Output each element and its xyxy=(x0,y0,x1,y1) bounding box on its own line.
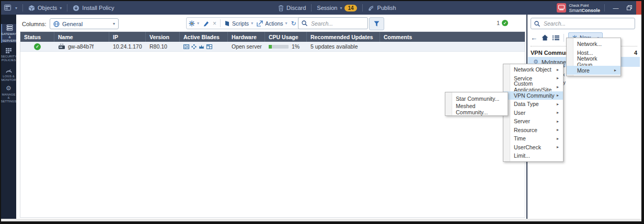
brand-smart: Smart xyxy=(569,8,581,13)
submenu-arrow-icon: ▸ xyxy=(557,127,559,132)
ip-cell: 10.24.1.170 xyxy=(109,42,146,51)
column-header[interactable]: Version xyxy=(146,32,180,42)
chevron-down-icon: ▾ xyxy=(113,21,115,26)
actions-button[interactable]: Actions ▾ xyxy=(257,20,287,27)
submenu-arrow-icon: ▸ xyxy=(557,119,559,124)
menu-item-vpn-community[interactable]: VPN Community▸ xyxy=(503,91,563,100)
menu-item-limit[interactable]: Limit... xyxy=(503,151,563,160)
table-row[interactable]: ✓ gw-a84b7f 10.24.1.170 R80.10 Open serv… xyxy=(20,42,525,52)
sidebar-item-gateways-servers[interactable]: GATEWAYS & SERVERS xyxy=(1,24,17,43)
column-header[interactable]: Hardware xyxy=(228,32,265,42)
separator xyxy=(362,4,363,11)
close-button[interactable] xyxy=(636,1,641,15)
search-input[interactable] xyxy=(310,20,364,27)
objects-menu-button[interactable]: Objects ▾ xyxy=(28,5,62,11)
gateway-name: gw-a84b7f xyxy=(68,43,94,50)
column-header[interactable]: Comments xyxy=(380,32,525,42)
sidebar-item-logs-monitor[interactable]: LOGS & MONITOR xyxy=(1,65,16,84)
gateway-icon xyxy=(58,44,65,50)
sidebar-item-label: SECURITY POLICIES xyxy=(1,55,17,62)
publish-label: Publish xyxy=(377,5,396,11)
column-header[interactable]: Recommended Updates xyxy=(307,32,380,42)
publish-button[interactable]: Publish xyxy=(368,5,396,11)
separator xyxy=(22,4,23,11)
sidebar-item-label: LOGS & MONITOR xyxy=(1,75,16,81)
session-count-badge: 14 xyxy=(344,5,356,11)
minimize-button[interactable]: — xyxy=(609,1,623,15)
submenu-arrow-icon: ▸ xyxy=(557,85,559,89)
ips-blade-icon xyxy=(191,44,197,49)
scripts-button[interactable]: Scripts ▾ xyxy=(224,20,253,27)
chevron-down-icon: ▾ xyxy=(15,6,17,10)
column-header[interactable]: Status xyxy=(20,32,54,42)
submenu-arrow-icon: ▸ xyxy=(557,93,559,98)
left-nav-rail: GATEWAYS & SERVERS SECURITY POLICIES LOG… xyxy=(1,15,16,219)
app-menu-icon xyxy=(4,5,13,11)
menu-item-network-group[interactable]: Network Group... xyxy=(567,57,620,66)
more-submenu: Network Object▸ Service▸ Custom Applicat… xyxy=(503,64,564,162)
menu-item-user[interactable]: User▸ xyxy=(503,109,563,117)
sidebar-item-label: MANAGE & SETTINGS xyxy=(1,93,17,103)
discard-button[interactable]: Discard xyxy=(278,5,306,11)
trash-icon xyxy=(278,5,284,11)
discard-label: Discard xyxy=(286,5,306,11)
columns-view-dropdown[interactable]: General ▾ xyxy=(50,18,119,29)
submenu-arrow-icon: ▸ xyxy=(557,76,559,80)
menu-item-usercheck[interactable]: UserCheck▸ xyxy=(503,143,563,152)
cpu-usage-bar xyxy=(269,45,289,49)
publish-icon xyxy=(368,5,375,11)
maximize-button[interactable] xyxy=(623,1,636,15)
updates-link[interactable]: 5 updates available xyxy=(307,42,380,51)
menu-item-meshed-community[interactable]: Meshed Community... xyxy=(445,104,508,114)
back-button[interactable]: ← xyxy=(531,34,537,42)
window-bottom-strip xyxy=(1,219,641,221)
brand-console: Console xyxy=(581,8,600,13)
hardware-cell: Open server xyxy=(228,42,265,51)
search-icon xyxy=(302,20,307,26)
chevron-down-icon: ▾ xyxy=(251,21,253,26)
menu-item-star-community[interactable]: Star Community... xyxy=(445,93,508,104)
cpu-usage-value: 1% xyxy=(292,43,300,50)
app-menu-button[interactable]: ▾ xyxy=(4,5,17,11)
objects-search-input[interactable] xyxy=(543,20,631,27)
status-cell: ✓ xyxy=(20,42,54,51)
menu-item-server[interactable]: Server▸ xyxy=(503,117,563,126)
delete-button[interactable]: × xyxy=(213,20,216,27)
session-menu-button[interactable]: Session ▾ 14 xyxy=(317,5,356,11)
menu-item-data-type[interactable]: Data Type▸ xyxy=(503,100,563,109)
separator xyxy=(564,34,564,42)
submenu-arrow-icon: ▸ xyxy=(557,102,559,107)
menu-item-time[interactable]: Time▸ xyxy=(503,134,563,143)
menu-item-network[interactable]: Network... xyxy=(567,39,620,48)
new-object-button[interactable]: ▾ xyxy=(189,20,199,27)
objects-cube-icon xyxy=(28,5,35,11)
menu-item-resource[interactable]: Resource▸ xyxy=(503,126,563,135)
application-blade-icon xyxy=(199,44,204,49)
brand-checkpoint: Check Point xyxy=(569,4,600,8)
column-header[interactable]: CPU Usage xyxy=(265,32,307,42)
sidebar-item-security-policies[interactable]: SECURITY POLICIES xyxy=(1,45,16,64)
submenu-arrow-icon: ▸ xyxy=(557,67,559,72)
submenu-arrow-icon: ▸ xyxy=(614,68,616,73)
column-header[interactable]: Name xyxy=(54,32,109,42)
smartconsole-window: ▾ Objects ▾ Install Policy xyxy=(1,1,641,221)
install-policy-label: Install Policy xyxy=(82,5,114,11)
edit-button[interactable] xyxy=(203,20,209,27)
new-object-dropdown-menu: Network... Host... Network Group... More… xyxy=(566,38,621,76)
install-policy-button[interactable]: Install Policy xyxy=(73,5,114,11)
menu-item-more[interactable]: More▸ xyxy=(567,66,620,75)
sidebar-item-manage-settings[interactable]: ⚙ MANAGE & SETTINGS xyxy=(1,85,16,103)
menu-item-custom-application-site[interactable]: Custom Application/Site▸ xyxy=(503,82,563,91)
filter-button[interactable] xyxy=(369,17,384,30)
gear-icon: ⚙ xyxy=(6,85,12,92)
home-button[interactable] xyxy=(542,34,548,41)
separator xyxy=(311,4,312,11)
refresh-icon: ↻ xyxy=(291,20,296,27)
column-header[interactable]: Active Blades xyxy=(180,32,228,42)
management-blade-icon xyxy=(206,44,212,49)
session-label: Session xyxy=(317,5,337,11)
list-view-button[interactable] xyxy=(553,35,559,41)
vpn-community-submenu: Star Community... Meshed Community... xyxy=(445,92,508,116)
column-header[interactable]: IP xyxy=(109,32,146,42)
menu-item-network-object[interactable]: Network Object▸ xyxy=(503,65,563,74)
